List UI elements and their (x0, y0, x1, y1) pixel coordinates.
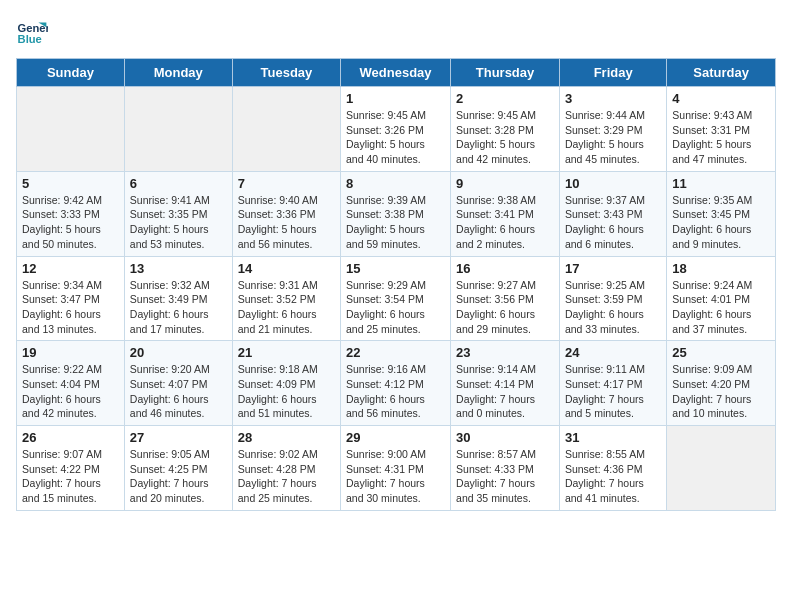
day-number: 16 (456, 261, 554, 276)
day-info: Sunrise: 9:27 AM Sunset: 3:56 PM Dayligh… (456, 278, 554, 337)
day-number: 27 (130, 430, 227, 445)
day-number: 2 (456, 91, 554, 106)
calendar-cell: 21Sunrise: 9:18 AM Sunset: 4:09 PM Dayli… (232, 341, 340, 426)
calendar-cell: 4Sunrise: 9:43 AM Sunset: 3:31 PM Daylig… (667, 87, 776, 172)
calendar-cell: 13Sunrise: 9:32 AM Sunset: 3:49 PM Dayli… (124, 256, 232, 341)
calendar-cell: 29Sunrise: 9:00 AM Sunset: 4:31 PM Dayli… (341, 426, 451, 511)
svg-text:Blue: Blue (18, 33, 42, 45)
calendar-cell: 8Sunrise: 9:39 AM Sunset: 3:38 PM Daylig… (341, 171, 451, 256)
day-info: Sunrise: 9:39 AM Sunset: 3:38 PM Dayligh… (346, 193, 445, 252)
day-info: Sunrise: 9:05 AM Sunset: 4:25 PM Dayligh… (130, 447, 227, 506)
week-row-4: 19Sunrise: 9:22 AM Sunset: 4:04 PM Dayli… (17, 341, 776, 426)
day-number: 11 (672, 176, 770, 191)
day-info: Sunrise: 9:43 AM Sunset: 3:31 PM Dayligh… (672, 108, 770, 167)
calendar-cell: 17Sunrise: 9:25 AM Sunset: 3:59 PM Dayli… (559, 256, 666, 341)
day-number: 12 (22, 261, 119, 276)
calendar-cell: 15Sunrise: 9:29 AM Sunset: 3:54 PM Dayli… (341, 256, 451, 341)
day-number: 29 (346, 430, 445, 445)
calendar-cell: 16Sunrise: 9:27 AM Sunset: 3:56 PM Dayli… (451, 256, 560, 341)
day-info: Sunrise: 9:24 AM Sunset: 4:01 PM Dayligh… (672, 278, 770, 337)
calendar-cell: 7Sunrise: 9:40 AM Sunset: 3:36 PM Daylig… (232, 171, 340, 256)
calendar-cell: 31Sunrise: 8:55 AM Sunset: 4:36 PM Dayli… (559, 426, 666, 511)
day-number: 26 (22, 430, 119, 445)
calendar-cell: 28Sunrise: 9:02 AM Sunset: 4:28 PM Dayli… (232, 426, 340, 511)
calendar-cell: 10Sunrise: 9:37 AM Sunset: 3:43 PM Dayli… (559, 171, 666, 256)
day-info: Sunrise: 9:40 AM Sunset: 3:36 PM Dayligh… (238, 193, 335, 252)
day-number: 25 (672, 345, 770, 360)
day-number: 31 (565, 430, 661, 445)
day-number: 24 (565, 345, 661, 360)
day-info: Sunrise: 9:07 AM Sunset: 4:22 PM Dayligh… (22, 447, 119, 506)
weekday-header-sunday: Sunday (17, 59, 125, 87)
day-number: 22 (346, 345, 445, 360)
week-row-2: 5Sunrise: 9:42 AM Sunset: 3:33 PM Daylig… (17, 171, 776, 256)
day-info: Sunrise: 9:38 AM Sunset: 3:41 PM Dayligh… (456, 193, 554, 252)
weekday-header-friday: Friday (559, 59, 666, 87)
day-info: Sunrise: 9:37 AM Sunset: 3:43 PM Dayligh… (565, 193, 661, 252)
day-info: Sunrise: 9:45 AM Sunset: 3:26 PM Dayligh… (346, 108, 445, 167)
day-number: 5 (22, 176, 119, 191)
calendar-cell: 22Sunrise: 9:16 AM Sunset: 4:12 PM Dayli… (341, 341, 451, 426)
day-info: Sunrise: 8:55 AM Sunset: 4:36 PM Dayligh… (565, 447, 661, 506)
day-number: 17 (565, 261, 661, 276)
day-info: Sunrise: 9:18 AM Sunset: 4:09 PM Dayligh… (238, 362, 335, 421)
calendar-cell: 30Sunrise: 8:57 AM Sunset: 4:33 PM Dayli… (451, 426, 560, 511)
calendar-cell: 23Sunrise: 9:14 AM Sunset: 4:14 PM Dayli… (451, 341, 560, 426)
day-info: Sunrise: 9:45 AM Sunset: 3:28 PM Dayligh… (456, 108, 554, 167)
logo: General Blue (16, 16, 52, 48)
weekday-header-thursday: Thursday (451, 59, 560, 87)
weekday-header-row: SundayMondayTuesdayWednesdayThursdayFrid… (17, 59, 776, 87)
day-number: 1 (346, 91, 445, 106)
day-number: 20 (130, 345, 227, 360)
day-info: Sunrise: 9:22 AM Sunset: 4:04 PM Dayligh… (22, 362, 119, 421)
calendar-cell (667, 426, 776, 511)
day-number: 18 (672, 261, 770, 276)
day-info: Sunrise: 9:41 AM Sunset: 3:35 PM Dayligh… (130, 193, 227, 252)
day-info: Sunrise: 9:31 AM Sunset: 3:52 PM Dayligh… (238, 278, 335, 337)
day-number: 30 (456, 430, 554, 445)
day-info: Sunrise: 9:02 AM Sunset: 4:28 PM Dayligh… (238, 447, 335, 506)
day-number: 19 (22, 345, 119, 360)
day-info: Sunrise: 9:20 AM Sunset: 4:07 PM Dayligh… (130, 362, 227, 421)
day-info: Sunrise: 8:57 AM Sunset: 4:33 PM Dayligh… (456, 447, 554, 506)
calendar-cell (124, 87, 232, 172)
header: General Blue (16, 16, 776, 48)
day-info: Sunrise: 9:42 AM Sunset: 3:33 PM Dayligh… (22, 193, 119, 252)
calendar-cell: 3Sunrise: 9:44 AM Sunset: 3:29 PM Daylig… (559, 87, 666, 172)
calendar-cell: 5Sunrise: 9:42 AM Sunset: 3:33 PM Daylig… (17, 171, 125, 256)
calendar-cell: 26Sunrise: 9:07 AM Sunset: 4:22 PM Dayli… (17, 426, 125, 511)
calendar-cell: 6Sunrise: 9:41 AM Sunset: 3:35 PM Daylig… (124, 171, 232, 256)
day-info: Sunrise: 9:32 AM Sunset: 3:49 PM Dayligh… (130, 278, 227, 337)
day-number: 10 (565, 176, 661, 191)
calendar-cell: 11Sunrise: 9:35 AM Sunset: 3:45 PM Dayli… (667, 171, 776, 256)
calendar-cell: 14Sunrise: 9:31 AM Sunset: 3:52 PM Dayli… (232, 256, 340, 341)
calendar-cell (17, 87, 125, 172)
day-info: Sunrise: 9:29 AM Sunset: 3:54 PM Dayligh… (346, 278, 445, 337)
day-info: Sunrise: 9:16 AM Sunset: 4:12 PM Dayligh… (346, 362, 445, 421)
day-info: Sunrise: 9:34 AM Sunset: 3:47 PM Dayligh… (22, 278, 119, 337)
calendar-cell: 25Sunrise: 9:09 AM Sunset: 4:20 PM Dayli… (667, 341, 776, 426)
day-number: 13 (130, 261, 227, 276)
calendar-cell: 9Sunrise: 9:38 AM Sunset: 3:41 PM Daylig… (451, 171, 560, 256)
week-row-3: 12Sunrise: 9:34 AM Sunset: 3:47 PM Dayli… (17, 256, 776, 341)
logo-icon: General Blue (16, 16, 48, 48)
calendar-cell (232, 87, 340, 172)
calendar-cell: 1Sunrise: 9:45 AM Sunset: 3:26 PM Daylig… (341, 87, 451, 172)
day-info: Sunrise: 9:35 AM Sunset: 3:45 PM Dayligh… (672, 193, 770, 252)
day-info: Sunrise: 9:14 AM Sunset: 4:14 PM Dayligh… (456, 362, 554, 421)
calendar-cell: 12Sunrise: 9:34 AM Sunset: 3:47 PM Dayli… (17, 256, 125, 341)
day-number: 7 (238, 176, 335, 191)
day-info: Sunrise: 9:11 AM Sunset: 4:17 PM Dayligh… (565, 362, 661, 421)
calendar-table: SundayMondayTuesdayWednesdayThursdayFrid… (16, 58, 776, 511)
day-info: Sunrise: 9:25 AM Sunset: 3:59 PM Dayligh… (565, 278, 661, 337)
day-number: 9 (456, 176, 554, 191)
day-number: 6 (130, 176, 227, 191)
day-info: Sunrise: 9:44 AM Sunset: 3:29 PM Dayligh… (565, 108, 661, 167)
calendar-cell: 20Sunrise: 9:20 AM Sunset: 4:07 PM Dayli… (124, 341, 232, 426)
weekday-header-wednesday: Wednesday (341, 59, 451, 87)
calendar-cell: 18Sunrise: 9:24 AM Sunset: 4:01 PM Dayli… (667, 256, 776, 341)
day-info: Sunrise: 9:00 AM Sunset: 4:31 PM Dayligh… (346, 447, 445, 506)
calendar-cell: 2Sunrise: 9:45 AM Sunset: 3:28 PM Daylig… (451, 87, 560, 172)
weekday-header-saturday: Saturday (667, 59, 776, 87)
week-row-5: 26Sunrise: 9:07 AM Sunset: 4:22 PM Dayli… (17, 426, 776, 511)
